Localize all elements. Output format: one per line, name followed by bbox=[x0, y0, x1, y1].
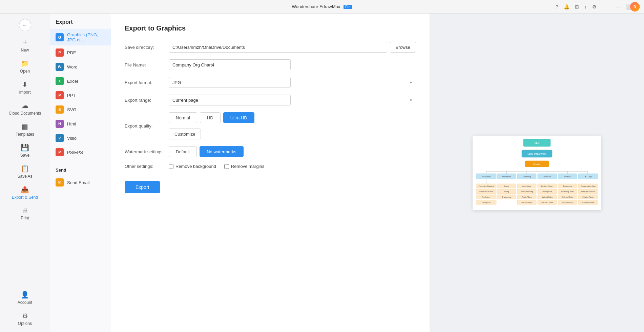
range-select-arrow: ▼ bbox=[409, 98, 413, 102]
export-format-label: Export format: bbox=[125, 80, 169, 85]
svg-text:Production: Production bbox=[482, 196, 490, 198]
svg-text:Sub Marketing: Sub Marketing bbox=[521, 201, 532, 203]
other-settings-checkboxes: Remove background Remove margins bbox=[169, 164, 416, 169]
svg-text:Technical Solutions: Technical Solutions bbox=[479, 191, 493, 193]
nav-item-import-label: Import bbox=[19, 90, 30, 95]
svg-text:Acquisitions: Acquisitions bbox=[522, 185, 531, 187]
nav-item-import[interactable]: ⬇ Import bbox=[0, 77, 50, 98]
svg-text:Public Affairs: Public Affairs bbox=[522, 196, 532, 198]
export-range-label: Export range: bbox=[125, 98, 169, 103]
export-button-container: Export bbox=[125, 176, 416, 193]
user-avatar[interactable]: R bbox=[630, 2, 640, 12]
share-icon[interactable]: ↑ bbox=[584, 4, 587, 9]
remove-margins-checkbox[interactable] bbox=[224, 164, 229, 169]
send-email-item[interactable]: ✉ Send Email bbox=[50, 175, 111, 190]
format-item-graphics[interactable]: G Graphics (PNG, JPG et... bbox=[50, 29, 111, 45]
app-title: Wondershare EdrawMax Pro bbox=[292, 4, 352, 9]
minimize-btn[interactable]: — bbox=[616, 4, 621, 10]
quality-hd-btn[interactable]: HD bbox=[200, 112, 221, 123]
nav-item-templates[interactable]: ▦ Templates bbox=[0, 119, 50, 140]
svg-icon: S bbox=[56, 105, 64, 114]
nav-item-cloud[interactable]: ☁ Cloud Documents bbox=[0, 98, 50, 119]
export-format-select[interactable]: JPG PNG BMP GIF SVG bbox=[169, 77, 291, 88]
settings-icon[interactable]: ⚙ bbox=[592, 4, 597, 9]
format-label-svg: SVG bbox=[67, 107, 76, 112]
svg-text:Production: Production bbox=[481, 176, 490, 178]
svg-text:Solution Admin: Solution Admin bbox=[582, 196, 594, 198]
svg-text:Brand/Marketing: Brand/Marketing bbox=[520, 191, 533, 193]
back-button[interactable]: ← bbox=[19, 19, 31, 31]
save-directory-input[interactable] bbox=[169, 42, 387, 53]
nav-item-new-label: New bbox=[21, 48, 29, 53]
svg-text:Investment: Investment bbox=[502, 176, 511, 178]
email-icon: ✉ bbox=[56, 178, 64, 187]
save-icon: 💾 bbox=[21, 143, 29, 152]
remove-margins-text: Remove margins bbox=[231, 164, 264, 169]
nav-item-account[interactable]: 👤 Account bbox=[0, 287, 50, 308]
nav-item-saveas[interactable]: 📋 Save As bbox=[0, 161, 50, 182]
new-icon: ＋ bbox=[22, 37, 28, 46]
format-item-visio[interactable]: V Visio bbox=[50, 131, 111, 145]
excel-icon: X bbox=[56, 77, 64, 85]
watermark-default-btn[interactable]: Default bbox=[169, 146, 197, 157]
nav-item-save[interactable]: 💾 Save bbox=[0, 140, 50, 161]
svg-text:Recruiting Team: Recruiting Team bbox=[561, 191, 573, 193]
format-item-pseps[interactable]: P PS/EPS bbox=[50, 145, 111, 159]
format-item-excel[interactable]: X Excel bbox=[50, 74, 111, 88]
remove-margins-label[interactable]: Remove margins bbox=[224, 164, 264, 169]
html-icon: H bbox=[56, 120, 64, 128]
format-item-word[interactable]: W Word bbox=[50, 60, 111, 74]
browse-button[interactable]: Browse bbox=[390, 42, 416, 53]
remove-background-checkbox[interactable] bbox=[169, 164, 173, 169]
format-select-arrow: ▼ bbox=[409, 81, 413, 84]
nav-item-saveas-label: Save As bbox=[17, 174, 32, 179]
format-item-html[interactable]: H Html bbox=[50, 117, 111, 131]
quality-normal-btn[interactable]: Normal bbox=[169, 112, 197, 123]
nav-item-cloud-label: Cloud Documents bbox=[9, 111, 41, 116]
svg-text:Political: Political bbox=[564, 176, 570, 178]
export-range-select[interactable]: Current page All pages Selected objects bbox=[169, 95, 291, 105]
left-navigation: ← ＋ New 📁 Open ⬇ Import ☁ Cloud Document… bbox=[0, 14, 50, 332]
svg-text:Development: Development bbox=[542, 191, 552, 193]
nav-item-export-label: Export & Send bbox=[12, 195, 38, 200]
file-name-input[interactable] bbox=[169, 59, 291, 70]
export-quality-row: Export quality: Normal HD Ultra HD Custo… bbox=[125, 112, 416, 139]
main-content: Export to Graphics Save directory: Brows… bbox=[111, 14, 644, 332]
svg-text:Product Design: Product Design bbox=[541, 185, 553, 187]
svg-text:Brands: Brands bbox=[504, 185, 509, 187]
export-quality-label: Export quality: bbox=[125, 123, 169, 129]
send-section: Send ✉ Send Email bbox=[50, 165, 111, 190]
svg-text:Technical: Technical bbox=[543, 176, 551, 178]
remove-background-label[interactable]: Remove background bbox=[169, 164, 216, 169]
format-item-pdf[interactable]: P PDF bbox=[50, 45, 111, 60]
format-label-excel: Excel bbox=[67, 79, 78, 84]
send-email-label: Send Email bbox=[67, 180, 89, 185]
nav-item-new[interactable]: ＋ New bbox=[0, 34, 50, 56]
watermark-none-btn[interactable]: No watermarks bbox=[200, 146, 243, 157]
format-item-svg[interactable]: S SVG bbox=[50, 102, 111, 117]
grid-icon[interactable]: ⊞ bbox=[575, 4, 579, 9]
save-directory-label: Save directory: bbox=[125, 45, 169, 50]
watermark-row: Watermark settings: Default No watermark… bbox=[125, 146, 416, 157]
titlebar: Wondershare EdrawMax Pro ? 🔔 ⊞ ↑ ⚙ — ⬜ ✕… bbox=[0, 0, 644, 14]
format-label-html: Html bbox=[67, 121, 76, 126]
customize-btn[interactable]: Customize bbox=[169, 129, 201, 139]
nav-item-print[interactable]: 🖨 Print bbox=[0, 203, 50, 224]
pro-badge: Pro bbox=[344, 5, 352, 9]
nav-item-options[interactable]: ⚙ Options bbox=[0, 308, 50, 329]
export-panel: Export to Graphics Save directory: Brows… bbox=[111, 14, 430, 332]
help-icon[interactable]: ? bbox=[556, 4, 558, 9]
format-item-ppt[interactable]: P PPT bbox=[50, 88, 111, 102]
graphics-icon: G bbox=[56, 33, 64, 41]
format-label-pdf: PDF bbox=[67, 50, 76, 55]
export-button[interactable]: Export bbox=[125, 181, 160, 193]
watermark-buttons-group: Default No watermarks bbox=[169, 146, 416, 157]
quality-ultrahd-btn[interactable]: Ultra HD bbox=[223, 112, 254, 123]
svg-text:Compensation Adm: Compensation Adm bbox=[581, 185, 596, 187]
word-icon: W bbox=[56, 63, 64, 71]
nav-item-export[interactable]: 📤 Export & Send bbox=[0, 182, 50, 203]
watermark-label: Watermark settings: bbox=[125, 149, 169, 154]
nav-item-open[interactable]: 📁 Open bbox=[0, 56, 50, 77]
notification-icon[interactable]: 🔔 bbox=[564, 4, 569, 9]
pdf-icon: P bbox=[56, 48, 64, 57]
